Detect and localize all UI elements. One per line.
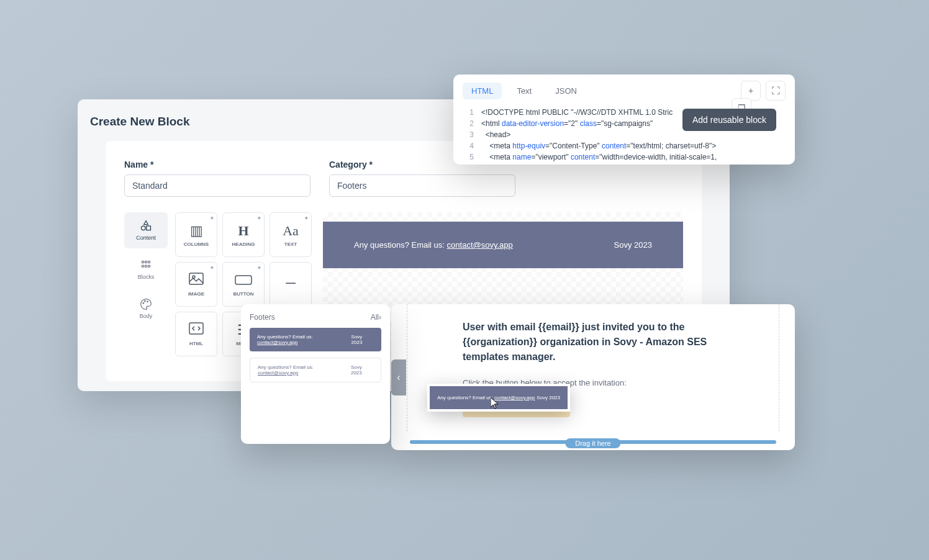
ai-badge-icon: ✦	[257, 215, 261, 221]
picker-item-2[interactable]: Any questions? Email us: contact@sovy.ap…	[250, 358, 381, 382]
divider-icon: ─	[286, 275, 296, 291]
svg-rect-11	[189, 273, 203, 284]
code-line-1: <!DOCTYPE html PUBLIC "-//W3C//DTD XHTML…	[481, 107, 673, 118]
image-icon	[189, 273, 204, 289]
code-icon	[189, 322, 204, 338]
expand-icon: ⛶	[771, 86, 780, 96]
svg-point-0	[142, 226, 146, 230]
tool-divider[interactable]: ─	[270, 262, 312, 307]
ai-badge-icon: ✦	[304, 215, 309, 221]
heading-icon: H	[238, 223, 248, 239]
email-heading: User with email {{email}} just invited y…	[463, 320, 730, 364]
svg-rect-1	[147, 226, 151, 230]
code-line-5: <meta name="viewport" content="width=dev…	[481, 151, 717, 163]
tab-body[interactable]: Body	[124, 291, 168, 327]
collapse-handle[interactable]: ‹	[391, 359, 406, 395]
grid-icon	[140, 259, 152, 271]
footer-brand: Sovy 2023	[614, 240, 652, 250]
code-line-2: <html data-editor-version="2" class="sg-…	[481, 118, 653, 129]
svg-point-8	[143, 303, 144, 304]
category-input[interactable]	[329, 174, 515, 197]
name-input[interactable]	[124, 174, 310, 197]
svg-point-5	[142, 265, 143, 267]
chevron-left-icon: ‹	[397, 372, 400, 383]
svg-point-9	[145, 300, 146, 302]
expand-button[interactable]: ⛶	[766, 81, 786, 101]
code-line-4: <meta http-equiv="Content-Type" content=…	[481, 140, 716, 151]
name-label: Name *	[124, 160, 310, 169]
tooltip-add-reusable: Add reusable block	[682, 109, 776, 131]
email-preview-panel: ‹ User with email {{email}} just invited…	[391, 304, 795, 450]
text-icon: Aa	[283, 223, 299, 239]
columns-icon: ▥	[190, 223, 203, 239]
picker-title: Footers	[250, 313, 275, 322]
footer-preview-block[interactable]: Any questions? Email us: contact@sovy.ap…	[323, 222, 683, 268]
code-tab-text[interactable]: Text	[508, 83, 540, 99]
footer-email-link[interactable]: contact@sovy.app	[447, 240, 513, 250]
svg-point-6	[145, 265, 147, 267]
chevron-right-icon: ›	[379, 313, 381, 322]
code-line-3: <head>	[481, 129, 510, 140]
blocks-picker: Footers All › Any questions? Email us: c…	[241, 304, 390, 444]
tab-content[interactable]: Content	[124, 212, 168, 248]
code-tab-html[interactable]: HTML	[463, 83, 502, 99]
button-icon	[235, 273, 252, 289]
cursor-icon	[491, 397, 501, 412]
svg-rect-13	[235, 276, 252, 284]
svg-point-3	[145, 261, 147, 263]
shapes-icon	[140, 220, 152, 232]
ai-badge-icon: ✦	[210, 265, 214, 271]
tool-button[interactable]: ✦BUTTON	[222, 262, 265, 307]
tab-blocks[interactable]: Blocks	[124, 251, 168, 287]
plus-icon: +	[748, 86, 753, 96]
svg-point-4	[148, 261, 150, 263]
tool-html[interactable]: HTML	[175, 312, 217, 356]
svg-point-7	[148, 265, 150, 267]
palette-icon	[140, 298, 152, 310]
svg-rect-14	[189, 323, 203, 334]
code-tab-json[interactable]: JSON	[546, 83, 586, 99]
picker-all-link[interactable]: All ›	[371, 313, 381, 322]
tool-heading[interactable]: ✦HHEADING	[222, 212, 265, 257]
ai-badge-icon: ✦	[210, 215, 214, 221]
svg-point-2	[142, 261, 143, 263]
ai-badge-icon: ✦	[257, 265, 261, 271]
tool-columns[interactable]: ✦▥COLUMNS	[175, 212, 217, 257]
picker-item-1[interactable]: Any questions? Email us: contact@sovy.ap…	[250, 328, 381, 351]
drop-label: Drag it here	[565, 438, 620, 448]
tool-text[interactable]: ✦AaTEXT	[270, 212, 312, 257]
footer-question: Any questions? Email us: contact@sovy.ap…	[354, 240, 513, 250]
svg-point-10	[147, 301, 148, 302]
code-panel: HTML Text JSON + ⛶ ❒ 1<!DOCTYPE html PUB…	[453, 75, 795, 165]
tool-image[interactable]: ✦IMAGE	[175, 262, 217, 307]
